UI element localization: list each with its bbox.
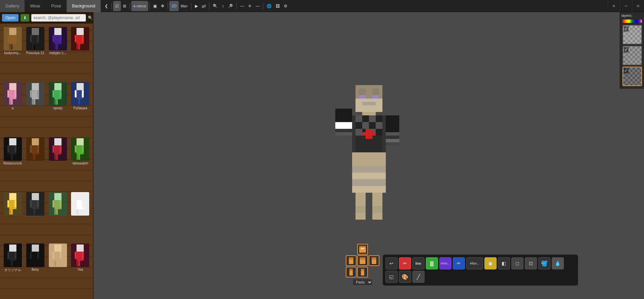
green-fill-btn[interactable]: ▓: [426, 257, 438, 269]
skin-item[interactable]: [2, 191, 23, 241]
svg-rect-138: [376, 122, 382, 129]
open-button[interactable]: Open: [2, 14, 19, 22]
skin-item[interactable]: bodycimy...: [2, 26, 23, 79]
stamp-btn[interactable]: ◧: [498, 257, 510, 269]
sep8: [263, 3, 263, 9]
skin-item[interactable]: [70, 191, 91, 241]
part-arm-left[interactable]: [346, 255, 357, 266]
svg-rect-108: [33, 261, 35, 266]
parts-grid: [346, 244, 379, 277]
transform-btn[interactable]: ✥: [159, 1, 166, 11]
settings-btn[interactable]: ⚙: [282, 1, 290, 11]
part-head[interactable]: [357, 244, 368, 255]
blue-brush-btn[interactable]: ✏: [453, 257, 465, 269]
skin-label: Poouriya 12: [26, 51, 44, 55]
search-icon[interactable]: 🔍: [88, 15, 93, 20]
sep4: [168, 3, 168, 9]
checkbox-btn[interactable]: ☑: [113, 1, 121, 11]
skin-item[interactable]: пвпыывпп: [70, 136, 91, 190]
part-leg-right[interactable]: [357, 267, 368, 277]
layer-item-1[interactable]: ✓: [622, 25, 642, 44]
canvas-area[interactable]: Parts ↩ ✏ line ▓: [94, 12, 644, 299]
skin-item[interactable]: オリジナル: [2, 242, 23, 297]
svg-rect-22: [82, 35, 84, 42]
collapse-btn[interactable]: ❮: [103, 1, 110, 11]
skin-item[interactable]: [47, 242, 68, 297]
svg-rect-128: [362, 112, 376, 115]
select-btn[interactable]: обла...: [439, 257, 451, 269]
eyedrop-btn[interactable]: 💧: [552, 257, 564, 269]
bucket-btn[interactable]: 🪣: [538, 257, 550, 269]
svg-rect-124: [372, 88, 379, 95]
skin-item[interactable]: [70, 26, 91, 79]
svg-rect-57: [30, 145, 32, 152]
tab-wear[interactable]: Wear: [25, 0, 46, 12]
pencil-btn[interactable]: ✏: [399, 257, 411, 269]
eraser-btn[interactable]: ◻: [511, 257, 523, 269]
filter-btn[interactable]: filter: [179, 1, 190, 11]
skin-item[interactable]: а: [2, 81, 23, 135]
search-input[interactable]: [31, 14, 86, 22]
part-arm-right[interactable]: [369, 255, 379, 266]
line2-btn[interactable]: —: [253, 1, 262, 11]
knife-btn[interactable]: ╱: [412, 271, 425, 283]
yellow-tool-btn[interactable]: ◼: [484, 257, 497, 269]
part-leg-left[interactable]: [346, 267, 357, 277]
skin-label: bodycimy...: [4, 51, 21, 55]
skin-item[interactable]: прпер: [47, 81, 68, 135]
palette-icon: 🎨: [402, 274, 408, 280]
svg-rect-53: [9, 154, 11, 160]
skin-item[interactable]: Reisezuruck: [2, 136, 23, 190]
skin-item[interactable]: [25, 81, 46, 135]
undo-btn[interactable]: ↩: [385, 257, 398, 269]
mirror-btn[interactable]: ■ mirror: [131, 1, 148, 11]
skin-item[interactable]: [25, 191, 46, 241]
svg-rect-77: [9, 209, 11, 215]
eraser2-btn[interactable]: ⊡: [525, 257, 537, 269]
tab-background[interactable]: Background: [67, 0, 101, 12]
image-btn[interactable]: 🖼: [274, 1, 282, 11]
add-layer-btn[interactable]: +: [608, 0, 620, 12]
skin-item[interactable]: matyjec z...: [47, 26, 68, 79]
checkbox-icon: ☑: [115, 4, 119, 8]
skin-item[interactable]: fbmy: [25, 242, 46, 297]
pencil-icon: ✏: [403, 261, 407, 266]
skin-item[interactable]: Poouriya 12: [25, 26, 46, 79]
skin-item[interactable]: [47, 136, 68, 190]
layer-item-2[interactable]: ✓: [622, 46, 642, 65]
equals-btn[interactable]: =: [632, 0, 644, 12]
ellipsis-btn[interactable]: ellips...: [466, 257, 483, 269]
parts-select[interactable]: Parts: [352, 279, 373, 286]
remove-layer-btn[interactable]: −: [620, 0, 632, 12]
zoom-custom-btn[interactable]: 🔎: [226, 1, 235, 11]
gif-btn[interactable]: gif: [200, 1, 208, 11]
flip-btn[interactable]: ↕: [220, 1, 226, 11]
rect-btn[interactable]: ▣: [151, 1, 159, 11]
tab-pose[interactable]: Pose: [46, 0, 67, 12]
skin-item[interactable]: [47, 191, 68, 241]
globe-btn[interactable]: 🌐: [265, 1, 274, 11]
skin-label: а: [12, 106, 14, 110]
svg-rect-81: [30, 200, 32, 208]
svg-rect-137: [369, 122, 376, 129]
layer-btn[interactable]: ◱: [385, 271, 398, 283]
play-btn[interactable]: ▶: [193, 1, 200, 11]
2d-btn[interactable]: 2D: [169, 1, 178, 11]
grid-btn[interactable]: ⊞: [121, 1, 128, 11]
skin-preview-img: [50, 138, 65, 160]
download-button[interactable]: ⬇: [21, 14, 29, 22]
skin-item[interactable]: Рубашка: [70, 81, 91, 135]
svg-rect-113: [54, 261, 56, 266]
zoom-in-btn[interactable]: 🔍: [211, 1, 220, 11]
line-tool-btn[interactable]: line: [412, 257, 425, 269]
crosshair-btn[interactable]: ✛: [246, 1, 253, 11]
skin-item[interactable]: Yea: [70, 242, 91, 297]
layer-item-3[interactable]: ✓: [622, 67, 642, 86]
palette-btn[interactable]: 🎨: [399, 271, 411, 283]
skin-item[interactable]: [25, 136, 46, 190]
svg-rect-117: [75, 252, 76, 259]
part-body[interactable]: [357, 255, 368, 266]
zoom-out-btn[interactable]: —: [238, 1, 246, 11]
tab-gallery[interactable]: Gallery: [0, 0, 25, 12]
svg-rect-169: [359, 246, 366, 248]
